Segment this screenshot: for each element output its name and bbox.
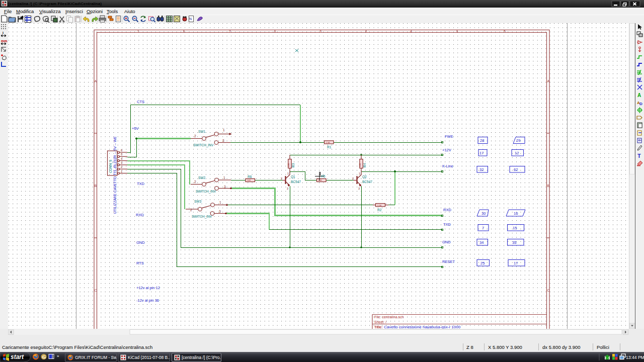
svg-text:FWE: FWE <box>445 134 453 139</box>
svg-text:1: 1 <box>287 172 289 175</box>
svg-text:mm: mm <box>1 39 7 43</box>
svg-text:I: I <box>3 31 4 35</box>
svg-text:D: D <box>639 102 642 106</box>
svg-text:10K: 10K <box>247 179 251 182</box>
svg-text:1.5K: 1.5K <box>377 204 382 207</box>
svg-text:RXD: RXD <box>443 208 451 212</box>
svg-text:G: G <box>42 354 46 359</box>
svg-text:Q2: Q2 <box>362 175 367 179</box>
svg-text:+5V: +5V <box>132 126 139 131</box>
svg-text:62: 62 <box>514 167 518 172</box>
svg-text:3: 3 <box>319 30 321 33</box>
svg-text:A: A <box>637 93 641 98</box>
svg-text:start: start <box>11 353 24 360</box>
svg-text:A: A <box>547 79 550 83</box>
svg-text:BC547: BC547 <box>362 180 372 184</box>
svg-text:SW3: SW3 <box>194 200 201 203</box>
svg-text:7: 7 <box>482 226 484 230</box>
svg-text:12: 12 <box>515 151 519 155</box>
svg-text:10K: 10K <box>359 163 361 167</box>
svg-text:3: 3 <box>358 187 360 190</box>
svg-text:GND: GND <box>136 240 145 245</box>
svg-text:25: 25 <box>480 261 485 265</box>
svg-text:RTS: RTS <box>136 261 144 265</box>
svg-text:34: 34 <box>479 240 484 245</box>
svg-text:TXD: TXD <box>137 182 145 186</box>
svg-text:CTS: CTS <box>137 100 144 104</box>
svg-text:2: 2 <box>281 177 282 180</box>
svg-text:A: A <box>95 79 97 83</box>
svg-text:1: 1 <box>137 30 139 33</box>
svg-text:5: 5 <box>504 30 506 33</box>
svg-text:Sheet: /: Sheet: / <box>374 320 386 324</box>
svg-text:+12v al pin 12: +12v al pin 12 <box>136 286 160 290</box>
svg-text:SWITCH_INV: SWITCH_INV <box>192 215 212 219</box>
svg-text:K-Line: K-Line <box>442 164 453 168</box>
svg-text:R2: R2 <box>377 208 382 212</box>
svg-text:BC547: BC547 <box>291 180 301 184</box>
svg-text:C: C <box>95 289 97 292</box>
svg-text:Q1: Q1 <box>291 175 295 179</box>
svg-text:B: B <box>547 184 550 188</box>
svg-text:2: 2 <box>190 208 192 212</box>
svg-text:29: 29 <box>516 138 520 143</box>
svg-text:File: centralina.sch: File: centralina.sch <box>374 315 404 319</box>
svg-text:SWITCH_INV: SWITCH_INV <box>193 143 214 147</box>
svg-text:TXD: TXD <box>443 222 451 227</box>
svg-text:SWITCH_INV: SWITCH_INV <box>196 190 216 194</box>
svg-text:10K: 10K <box>318 179 323 182</box>
svg-text:SW1: SW1 <box>198 130 205 133</box>
svg-text:Cavetto connessione hayabusa-g: Cavetto connessione hayabusa-gsx-r 1000 <box>384 325 461 329</box>
svg-text:1: 1 <box>223 176 225 179</box>
svg-text:C: C <box>547 289 550 292</box>
svg-text:1: 1 <box>219 201 221 204</box>
svg-text:GND: GND <box>442 240 451 244</box>
svg-text:15: 15 <box>513 226 517 230</box>
svg-text:3: 3 <box>222 139 224 142</box>
svg-text:RESET: RESET <box>442 259 455 264</box>
svg-text:Title:: Title: <box>374 325 383 329</box>
svg-text:»: » <box>57 354 59 358</box>
svg-text:13:44 PM: 13:44 PM <box>626 355 644 360</box>
svg-text:17: 17 <box>479 151 484 155</box>
svg-text:3: 3 <box>219 210 221 213</box>
svg-text:-12v al pin 36: -12v al pin 36 <box>136 298 159 303</box>
svg-text:1: 1 <box>359 172 360 175</box>
svg-text:28: 28 <box>480 138 484 143</box>
svg-text:CONN_6: CONN_6 <box>109 159 113 173</box>
svg-text:16: 16 <box>514 211 518 216</box>
svg-text:RXD: RXD <box>136 213 144 217</box>
svg-text:B: B <box>95 184 97 188</box>
svg-text:10K: 10K <box>287 163 290 167</box>
svg-text:R3: R3 <box>291 163 295 167</box>
svg-text:UTILIZZARE CAVETTO TTL-RL232R: UTILIZZARE CAVETTO TTL-RL232R -- 5V -- W… <box>113 136 117 214</box>
svg-text:32: 32 <box>479 167 484 172</box>
svg-text:1: 1 <box>223 128 225 132</box>
svg-text:T: T <box>637 153 641 159</box>
svg-text:4: 4 <box>410 30 412 33</box>
svg-text:2: 2 <box>229 30 231 33</box>
svg-text:+12V: +12V <box>442 148 451 152</box>
svg-text:2: 2 <box>352 177 354 180</box>
svg-text:N: N <box>189 17 192 21</box>
svg-text:R4: R4 <box>363 163 366 167</box>
svg-text:3: 3 <box>224 185 226 189</box>
svg-text:3: 3 <box>287 187 288 190</box>
svg-text:1.5K: 1.5K <box>326 141 331 144</box>
svg-text:35: 35 <box>512 240 516 245</box>
svg-text:17: 17 <box>514 261 518 265</box>
svg-text:R5: R5 <box>321 174 326 178</box>
svg-text:R6: R6 <box>248 175 252 178</box>
svg-text:R1: R1 <box>327 145 332 149</box>
svg-text:SW2: SW2 <box>198 176 205 179</box>
svg-text:30: 30 <box>481 211 486 216</box>
svg-text:2: 2 <box>194 134 196 138</box>
svg-text:2: 2 <box>194 180 196 184</box>
